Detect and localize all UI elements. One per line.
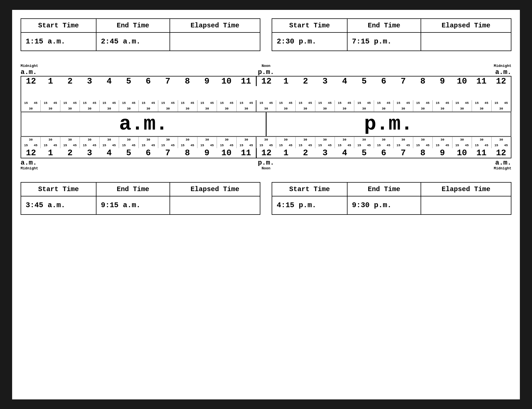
table3-header-end: End Time [96, 182, 170, 196]
hour-4p-bot: 4 [335, 148, 354, 158]
table2-end-value: 7:15 p.m. [347, 32, 421, 51]
hour-4a-top: 4 [99, 76, 119, 86]
hour-5p-bot: 5 [354, 148, 374, 158]
hour-7a-bot: 7 [158, 148, 177, 158]
table3-elapsed-value[interactable] [170, 196, 260, 215]
hour-7p-bot: 7 [393, 148, 413, 158]
table2-start-value: 2:30 p.m. [272, 32, 347, 51]
table-1: Start Time End Time Elapsed Time 1:15 a.… [21, 18, 260, 51]
bot-left-am: a.m. Midnight [21, 159, 38, 170]
hour-2p-bot: 2 [296, 148, 315, 158]
table2-header-start: Start Time [272, 19, 347, 32]
bottom-30-inner: 3030303030303030303030303030303030303030… [21, 137, 511, 143]
hour-5a-bot: 5 [119, 148, 139, 158]
top-mid-noon: Noon p.m. [258, 64, 274, 76]
hour-1a-bot: 1 [41, 148, 60, 158]
hour-5a-top: 5 [119, 76, 139, 86]
bottom-label-area: a.m. Midnight p.m. Noon a.m. Midnight [21, 159, 511, 174]
hour-4p-top: 4 [335, 76, 354, 86]
table4-start-value: 4:15 p.m. [272, 196, 347, 215]
table2-header-elapsed: Elapsed Time [421, 19, 511, 32]
table4-end-value: 9:30 p.m. [347, 196, 421, 215]
hour-11p-bot: 11 [472, 148, 491, 158]
hour-3a-top: 3 [80, 76, 99, 86]
hour-12-bot: 12 [21, 148, 41, 158]
top-ticks-area: 1545154515451545154515451545154515451545… [21, 100, 511, 111]
table3-end-value: 9:15 a.m. [96, 196, 170, 215]
hour-1p-bot: 1 [276, 148, 296, 158]
table1-header-elapsed: Elapsed Time [170, 19, 260, 32]
ampm-band: a.m. p.m. [21, 111, 511, 137]
hour-9a-top: 9 [197, 76, 217, 86]
hour-3p-top: 3 [315, 76, 335, 86]
hour-7p-top: 7 [393, 76, 413, 86]
pm-big-label: p.m. [364, 113, 413, 136]
top-hours-row: 12 1 2 3 4 5 6 7 8 9 10 11 12 1 2 3 4 5 … [21, 76, 511, 86]
bottom-tables-row: Start Time End Time Elapsed Time 3:45 a.… [21, 182, 511, 215]
hour-2p-top: 2 [296, 76, 315, 86]
hour-6a-bot: 6 [139, 148, 158, 158]
hour-12-end-top: 12 [491, 76, 511, 86]
table4-header-elapsed: Elapsed Time [421, 182, 511, 196]
table3-header-start: Start Time [21, 182, 96, 196]
hour-3p-bot: 3 [315, 148, 335, 158]
hour-12p-top: 12 [256, 76, 276, 86]
hour-9p-bot: 9 [433, 148, 452, 158]
hour-10a-bot: 10 [217, 148, 236, 158]
hour-10p-bot: 10 [452, 148, 472, 158]
hour-8p-bot: 8 [413, 148, 432, 158]
hour-9a-bot: 9 [197, 148, 217, 158]
top-ticks-svg [21, 86, 511, 100]
hour-1a-top: 1 [41, 76, 60, 86]
hour-6a-top: 6 [139, 76, 158, 86]
top-30-inner: 3030303030303030303030303030303030303030… [21, 106, 511, 111]
hour-5p-top: 5 [354, 76, 374, 86]
timeline-wrapper: Midnight a.m. Noon p.m. Midnight a.m. 12… [21, 60, 511, 174]
hour-1p-top: 1 [276, 76, 296, 86]
top-30-row: 3030303030303030303030303030303030303030… [21, 106, 511, 111]
table1-start-value: 1:15 a.m. [21, 32, 96, 51]
top-15-45-inner: 1545154515451545154515451545154515451545… [21, 100, 511, 106]
hour-3a-bot: 3 [80, 148, 99, 158]
table1-header-end: End Time [96, 19, 170, 32]
top-left-midnight: Midnight a.m. [21, 64, 38, 76]
table4-elapsed-value[interactable] [421, 196, 511, 215]
am-section: a.m. [21, 112, 267, 136]
hour-8a-bot: 8 [178, 148, 197, 158]
hour-6p-bot: 6 [374, 148, 393, 158]
hour-2a-bot: 2 [60, 148, 80, 158]
table1-header-start: Start Time [21, 19, 96, 32]
top-label-area: Midnight a.m. Noon p.m. Midnight a.m. [21, 60, 511, 76]
top-right-midnight: Midnight a.m. [494, 64, 511, 76]
table1-elapsed-value[interactable] [170, 32, 260, 51]
bottom-15-45-row: 1545154515451545154515451545154515451545… [21, 143, 511, 148]
table3-header-elapsed: Elapsed Time [170, 182, 260, 196]
hour-10p-top: 10 [452, 76, 472, 86]
table2-elapsed-value[interactable] [421, 32, 511, 51]
am-big-label: a.m. [119, 113, 168, 136]
table-2: Start Time End Time Elapsed Time 2:30 p.… [272, 18, 511, 51]
bot-mid-pm: p.m. Noon [258, 159, 274, 170]
hour-12-top: 12 [21, 76, 41, 86]
top-tables-row: Start Time End Time Elapsed Time 1:15 a.… [21, 18, 511, 51]
hour-12p-bot: 12 [256, 148, 276, 158]
table-4: Start Time End Time Elapsed Time 4:15 p.… [272, 182, 511, 215]
pm-section: p.m. [267, 112, 511, 136]
bot-right-am: a.m. Midnight [494, 159, 511, 170]
hour-9p-top: 9 [433, 76, 452, 86]
hour-6p-top: 6 [374, 76, 393, 86]
table2-header-end: End Time [347, 19, 421, 32]
bottom-30-row: 3030303030303030303030303030303030303030… [21, 137, 511, 143]
hour-10a-top: 10 [217, 76, 236, 86]
hour-4a-bot: 4 [99, 148, 119, 158]
bottom-hours-row: 12 1 2 3 4 5 6 7 8 9 10 11 12 1 2 3 4 5 … [21, 148, 511, 158]
hour-11a-bot: 11 [236, 148, 256, 158]
bottom-15-45-inner: 1545154515451545154515451545154515451545… [21, 143, 511, 148]
hour-7a-top: 7 [158, 76, 177, 86]
hour-8a-top: 8 [178, 76, 197, 86]
table1-end-value: 2:45 a.m. [96, 32, 170, 51]
hour-11p-top: 11 [472, 76, 491, 86]
hour-12-end-bot: 12 [491, 148, 511, 158]
table4-header-start: Start Time [272, 182, 347, 196]
table3-start-value: 3:45 a.m. [21, 196, 96, 215]
